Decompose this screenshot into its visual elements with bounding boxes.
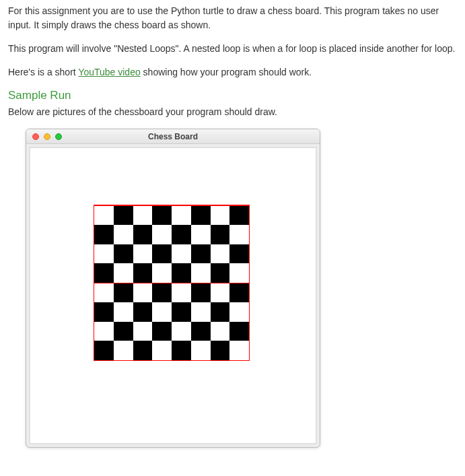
chess-square	[133, 341, 153, 360]
chess-square	[211, 322, 230, 341]
paragraph-subheading: Below are pictures of the chessboard you…	[8, 105, 457, 119]
chess-square	[114, 225, 133, 244]
chess-square	[211, 283, 230, 302]
chess-square	[191, 205, 211, 225]
text-before-link: Here's is a short	[8, 67, 78, 77]
paragraph-video: Here's is a short YouTube video showing …	[8, 65, 457, 79]
chess-square	[211, 263, 230, 283]
chess-square	[152, 322, 172, 341]
chess-square	[114, 244, 133, 264]
chess-square	[172, 244, 191, 264]
chess-square	[133, 322, 153, 341]
chess-square	[172, 263, 191, 283]
chess-square	[191, 263, 211, 283]
chess-square	[229, 205, 249, 225]
chess-square	[152, 263, 172, 283]
chess-square	[191, 341, 211, 360]
chess-square	[94, 263, 114, 283]
paragraph-nested-loops: This program will involve "Nested Loops"…	[8, 42, 457, 56]
chess-square	[172, 205, 191, 225]
chess-square	[152, 341, 172, 360]
chess-square	[114, 205, 133, 225]
chess-square	[229, 322, 249, 341]
minimize-icon[interactable]	[44, 133, 50, 140]
chess-square	[114, 302, 133, 322]
chess-square	[172, 322, 191, 341]
close-icon[interactable]	[32, 133, 39, 140]
chess-square	[172, 341, 191, 360]
youtube-link[interactable]: YouTube video	[78, 67, 140, 77]
traffic-lights	[26, 133, 62, 140]
chess-square	[94, 283, 114, 302]
chess-square	[152, 205, 172, 225]
turtle-canvas	[30, 148, 316, 443]
chess-square	[229, 244, 249, 264]
chess-square	[191, 302, 211, 322]
chess-square	[133, 244, 153, 264]
chess-square	[94, 341, 114, 360]
chess-square	[172, 225, 191, 244]
chess-square	[94, 205, 114, 225]
chess-square	[133, 283, 153, 302]
chess-square	[229, 341, 249, 360]
chess-square	[133, 205, 153, 225]
window-title: Chess Board	[26, 132, 320, 141]
chess-square	[94, 322, 114, 341]
chess-square	[133, 302, 153, 322]
chess-square	[114, 322, 133, 341]
text-after-link: showing how your program should work.	[141, 67, 312, 77]
chess-square	[152, 283, 172, 302]
chess-square	[172, 302, 191, 322]
chess-square	[94, 302, 114, 322]
chess-square	[191, 244, 211, 264]
chess-square	[229, 283, 249, 302]
chess-square	[172, 283, 191, 302]
chess-square	[211, 244, 230, 264]
chess-square	[133, 263, 153, 283]
chess-square	[211, 341, 230, 360]
window-body	[29, 147, 317, 444]
chess-square	[191, 322, 211, 341]
chess-square	[211, 225, 230, 244]
chess-square	[114, 283, 133, 302]
chess-square	[94, 225, 114, 244]
chess-square	[229, 263, 249, 283]
app-window: Chess Board	[26, 129, 320, 448]
chess-square	[211, 205, 230, 225]
chess-square	[94, 244, 114, 264]
chess-square	[133, 225, 153, 244]
chess-square	[229, 225, 249, 244]
chess-square	[152, 225, 172, 244]
paragraph-intro: For this assignment you are to use the P…	[8, 4, 457, 32]
chess-square	[191, 283, 211, 302]
chess-square	[191, 225, 211, 244]
sample-run-heading: Sample Run	[8, 89, 457, 102]
window-titlebar: Chess Board	[26, 129, 320, 144]
chess-square	[114, 263, 133, 283]
chess-square	[211, 302, 230, 322]
chess-square	[152, 244, 172, 264]
chessboard	[94, 205, 250, 361]
chess-square	[152, 302, 172, 322]
chess-square	[114, 341, 133, 360]
chess-square	[229, 302, 249, 322]
zoom-icon[interactable]	[55, 133, 62, 140]
